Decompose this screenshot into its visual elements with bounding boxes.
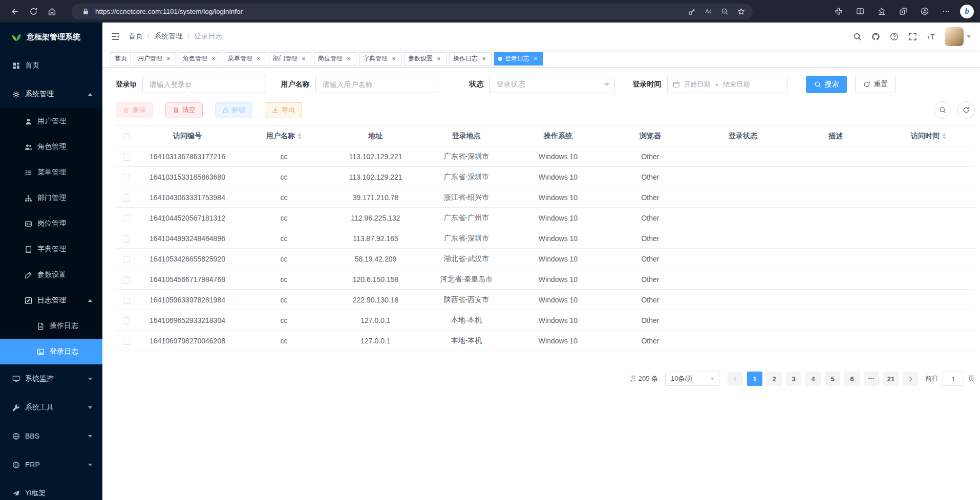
extensions-icon[interactable] — [831, 4, 846, 19]
breadcrumb-item[interactable]: 登录日志 — [194, 32, 223, 41]
column-header[interactable]: 访问时间 — [882, 126, 975, 146]
row-checkbox[interactable] — [123, 194, 130, 202]
table-row[interactable]: 1641044993248464896 cc 113.87.92.165 广东省… — [116, 228, 975, 249]
favorites-icon[interactable] — [874, 4, 889, 19]
column-header[interactable]: 用户名称 — [238, 126, 330, 146]
view-tab[interactable]: 岗位管理 — [314, 52, 356, 66]
view-tab[interactable]: 部门管理 — [269, 52, 311, 66]
help-icon[interactable] — [885, 28, 903, 45]
close-icon[interactable] — [210, 55, 217, 62]
breadcrumb-item[interactable]: 系统管理 — [154, 32, 194, 41]
sidebar-item[interactable]: 首页 — [0, 51, 102, 80]
view-tab[interactable]: 角色管理 — [179, 52, 221, 66]
page-number-button[interactable]: 4 — [805, 372, 821, 386]
sidebar-item[interactable]: 用户管理 — [0, 108, 102, 134]
close-icon[interactable] — [480, 55, 487, 62]
github-icon[interactable] — [867, 28, 884, 45]
sidebar-item[interactable]: Yi框架 — [0, 479, 102, 500]
sidebar-item[interactable]: BBS — [0, 422, 102, 450]
row-checkbox[interactable] — [123, 317, 130, 324]
select-all-checkbox[interactable] — [123, 133, 130, 140]
table-row[interactable]: 1641059633978281984 cc 222.90.130.18 陕西省… — [116, 290, 975, 310]
copilot-icon[interactable]: b — [960, 5, 974, 18]
search-button[interactable]: 搜索 — [806, 76, 847, 93]
view-tab[interactable]: 参数设置 — [404, 52, 446, 66]
goto-page-input[interactable] — [943, 372, 964, 386]
split-screen-icon[interactable] — [853, 4, 868, 19]
next-page-button[interactable] — [903, 372, 918, 386]
sort-carets-icon[interactable] — [942, 133, 946, 139]
chevron-down-icon[interactable] — [967, 35, 971, 38]
page-number-button[interactable]: 21 — [883, 372, 899, 386]
sidebar-item[interactable]: 操作日志 — [0, 313, 102, 339]
prev-page-button[interactable] — [728, 372, 743, 386]
browser-menu-icon[interactable] — [939, 4, 954, 19]
row-checkbox[interactable] — [123, 256, 130, 263]
row-checkbox[interactable] — [123, 215, 130, 222]
start-date-placeholder[interactable]: 开始日期 — [684, 80, 710, 89]
delete-button[interactable]: 删除 — [116, 102, 153, 118]
page-number-button[interactable]: 1 — [747, 372, 762, 386]
row-checkbox[interactable] — [123, 276, 130, 284]
refresh-table-button[interactable] — [957, 101, 975, 119]
column-header[interactable]: 访问编号 — [137, 126, 238, 146]
page-size-select[interactable]: 10条/页 — [665, 372, 719, 386]
table-row[interactable]: 1641054566717984768 cc 120.6.150.158 河北省… — [116, 269, 975, 290]
page-number-button[interactable]: 3 — [786, 372, 801, 386]
table-row[interactable]: 1641031533185863680 cc 113.102.129.221 广… — [116, 167, 975, 187]
table-row[interactable]: 1641069652933218304 cc 127.0.0.1 本地-本机 W… — [116, 310, 975, 331]
reset-button[interactable]: 重置 — [855, 76, 896, 93]
sidebar-item[interactable]: 日志管理 — [0, 288, 102, 313]
column-header[interactable]: 描述 — [790, 126, 882, 146]
breadcrumb-item[interactable]: 首页 — [129, 32, 154, 41]
sidebar-item[interactable]: 岗位管理 — [0, 211, 102, 236]
sidebar-item[interactable]: 参数设置 — [0, 262, 102, 288]
column-header[interactable]: 浏览器 — [604, 126, 696, 146]
app-logo[interactable]: 意框架管理系统 — [0, 23, 102, 51]
sidebar-item[interactable]: 部门管理 — [0, 185, 102, 211]
column-header[interactable]: 操作系统 — [512, 126, 604, 146]
table-row[interactable]: 1641043063331753984 cc 39.171.210.78 浙江省… — [116, 187, 975, 208]
row-checkbox[interactable] — [123, 297, 130, 304]
view-tab[interactable]: 首页 — [111, 52, 131, 66]
column-header[interactable]: 登录状态 — [696, 126, 790, 146]
close-icon[interactable] — [300, 55, 307, 62]
row-checkbox[interactable] — [123, 338, 130, 345]
row-checkbox[interactable] — [123, 174, 130, 181]
sidebar-item[interactable]: 系统监控 — [0, 364, 102, 393]
browser-refresh-icon[interactable] — [25, 3, 42, 20]
end-date-placeholder[interactable]: 结束日期 — [723, 80, 750, 89]
close-icon[interactable] — [435, 55, 442, 62]
header-search-icon[interactable] — [848, 28, 866, 45]
sidebar-item[interactable]: 角色管理 — [0, 134, 102, 160]
clear-button[interactable]: 清空 — [165, 102, 203, 118]
user-name-input[interactable] — [315, 76, 438, 93]
page-number-button[interactable]: 2 — [766, 372, 782, 386]
close-icon[interactable] — [165, 55, 172, 62]
close-icon[interactable] — [390, 55, 397, 62]
sidebar-item[interactable]: 系统管理 — [0, 80, 102, 108]
read-aloud-icon[interactable]: A — [701, 5, 715, 18]
site-security-lock-icon[interactable] — [79, 5, 92, 18]
close-icon[interactable] — [532, 55, 539, 62]
toggle-search-button[interactable] — [934, 101, 951, 119]
fullscreen-icon[interactable] — [904, 28, 921, 45]
add-favorite-star-icon[interactable] — [734, 5, 748, 18]
view-tab[interactable]: 字典管理 — [359, 52, 401, 66]
sidebar-fold-icon[interactable] — [111, 32, 120, 41]
export-button[interactable]: 导出 — [265, 102, 302, 118]
table-row[interactable]: 1641044520567181312 cc 112.96.225.132 广东… — [116, 208, 975, 228]
browser-profile-icon[interactable] — [917, 4, 932, 19]
avatar[interactable] — [945, 27, 964, 46]
view-tab[interactable]: 菜单管理 — [224, 52, 266, 66]
sidebar-item[interactable]: 菜单管理 — [0, 160, 102, 185]
sort-carets-icon[interactable] — [297, 133, 302, 139]
unlock-button[interactable]: 解锁 — [215, 102, 252, 118]
view-tab[interactable]: 用户管理 — [134, 52, 176, 66]
page-number-button[interactable]: ••• — [864, 372, 879, 386]
page-number-button[interactable]: 5 — [825, 372, 840, 386]
browser-back-icon[interactable] — [6, 3, 24, 20]
date-range-picker[interactable]: 开始日期 - 结束日期 — [667, 76, 787, 93]
status-select[interactable]: 登录状态 — [489, 76, 615, 93]
login-ip-input[interactable] — [142, 76, 265, 93]
